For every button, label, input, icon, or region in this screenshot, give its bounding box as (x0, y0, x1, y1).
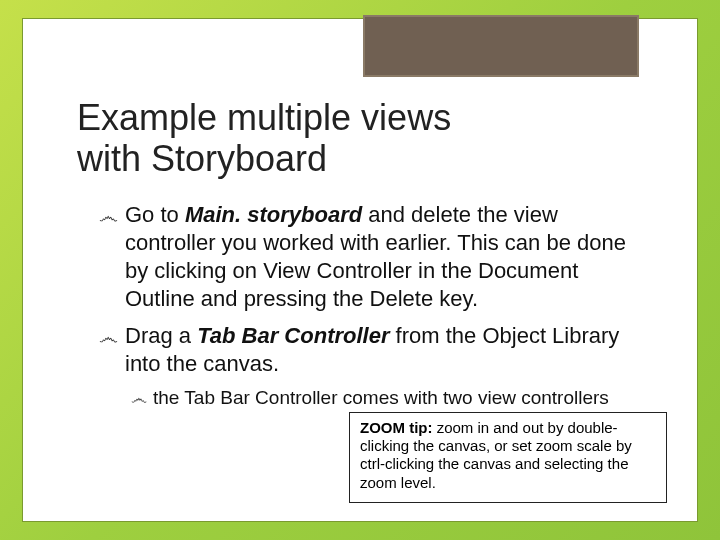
b2-item: Tab Bar Controller (197, 323, 389, 348)
slide-background: Example multiple views with Storyboard ෴… (0, 0, 720, 540)
title-line-1: Example multiple views (77, 97, 451, 138)
bullet-1-text: Go to Main. storyboard and delete the vi… (125, 202, 626, 311)
bullet-icon: ෴ (131, 388, 147, 410)
slide-title: Example multiple views with Storyboard (77, 97, 451, 180)
bullet-2-text: Drag a Tab Bar Controller from the Objec… (125, 323, 619, 376)
zoom-tip-box: ZOOM tip: zoom in and out by double-clic… (349, 412, 667, 503)
b2-pre: Drag (125, 323, 173, 348)
sub-bullet-1-text: the Tab Bar Controller comes with two vi… (153, 387, 609, 408)
sub-bullet-1: ෴ the Tab Bar Controller comes with two … (131, 386, 649, 410)
s1-pre: the (153, 387, 179, 408)
bullet-icon: ෴ (99, 204, 118, 230)
slide-body: ෴ Go to Main. storyboard and delete the … (99, 201, 649, 410)
s1-rest: Tab Bar Controller comes with two view c… (179, 387, 608, 408)
bullet-icon: ෴ (99, 325, 118, 351)
bullet-1: ෴ Go to Main. storyboard and delete the … (99, 201, 649, 314)
title-line-2: with Storyboard (77, 138, 327, 179)
b1-pre: Go (125, 202, 154, 227)
header-decoration (363, 15, 639, 77)
bullet-2: ෴ Drag a Tab Bar Controller from the Obj… (99, 322, 649, 378)
tip-label: ZOOM tip: (360, 419, 437, 436)
slide-page: Example multiple views with Storyboard ෴… (22, 18, 698, 522)
b2-mid: a (173, 323, 197, 348)
b1-mid: to (154, 202, 185, 227)
b1-file: Main. storyboard (185, 202, 362, 227)
